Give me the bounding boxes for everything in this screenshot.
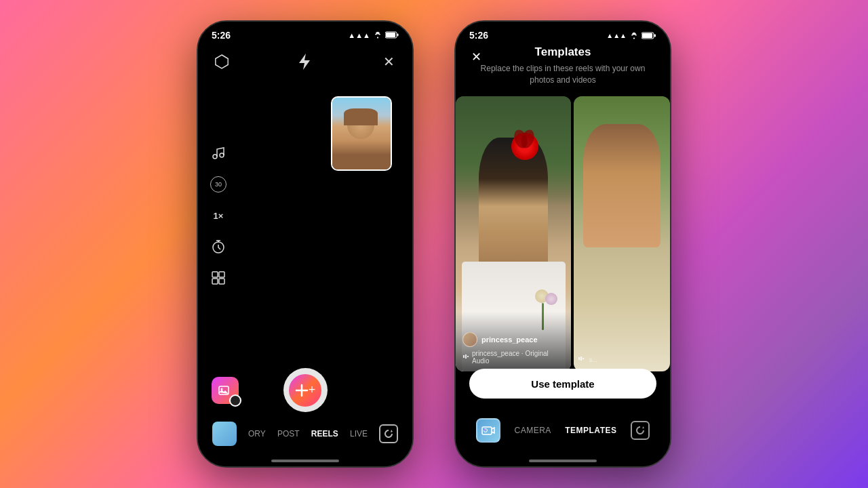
wifi-icon-2 bbox=[629, 32, 639, 39]
nav-live[interactable]: LIVE bbox=[350, 429, 368, 439]
svg-rect-14 bbox=[654, 34, 656, 37]
svg-rect-7 bbox=[212, 272, 218, 277]
svg-rect-19 bbox=[578, 357, 580, 360]
layout-button[interactable] bbox=[209, 268, 228, 287]
battery-icon-2 bbox=[642, 32, 656, 39]
template-card-main[interactable]: princess_peace princess_peace · Original… bbox=[456, 96, 571, 371]
close-button[interactable]: ✕ bbox=[378, 52, 399, 72]
home-indicator bbox=[271, 460, 339, 462]
phone2-screen: 5:26 ▲▲▲ ✕ Templates Replace the clips i… bbox=[456, 22, 670, 466]
status-time-2: 5:26 bbox=[469, 30, 488, 41]
notch bbox=[264, 22, 346, 38]
close-icon: ✕ bbox=[383, 54, 395, 70]
status-icons-2: ▲▲▲ bbox=[606, 32, 656, 39]
user-avatar bbox=[462, 332, 477, 347]
signal-icon: ▲▲▲ bbox=[348, 31, 370, 39]
templates-bottom-nav: CAMERA TEMPLATES bbox=[456, 405, 670, 466]
svg-rect-10 bbox=[219, 279, 224, 284]
use-template-button[interactable]: Use template bbox=[469, 369, 656, 399]
nav-reels[interactable]: REELS bbox=[311, 429, 338, 439]
left-controls: 30 1× bbox=[209, 144, 228, 287]
phone-2: 5:26 ▲▲▲ ✕ Templates Replace the clips i… bbox=[454, 20, 671, 468]
svg-rect-18 bbox=[467, 356, 469, 357]
flash-button[interactable] bbox=[295, 52, 315, 72]
nav-camera[interactable]: CAMERA bbox=[515, 426, 551, 435]
template-feed: princess_peace princess_peace · Original… bbox=[456, 96, 670, 371]
phone1-screen: 5:26 ▲▲▲ bbox=[198, 22, 412, 466]
svg-rect-9 bbox=[212, 279, 218, 284]
status-time: 5:26 bbox=[212, 30, 231, 41]
signal-icon-2: ▲▲▲ bbox=[606, 32, 627, 39]
svg-marker-3 bbox=[216, 55, 228, 68]
wifi-icon bbox=[373, 31, 382, 40]
templates-header: Templates Replace the clips in these ree… bbox=[456, 45, 670, 86]
templates-title: Templates bbox=[469, 45, 656, 59]
close-templates-button[interactable]: ✕ bbox=[467, 47, 486, 66]
speed-button[interactable]: 1× bbox=[209, 206, 228, 225]
svg-point-24 bbox=[484, 429, 485, 430]
svg-rect-1 bbox=[397, 33, 399, 36]
shutter-inner bbox=[289, 374, 321, 407]
camera-nav-thumbnail[interactable] bbox=[476, 418, 500, 443]
svg-rect-2 bbox=[386, 33, 395, 37]
notch-2 bbox=[522, 22, 604, 38]
battery-icon bbox=[385, 31, 399, 40]
nav-post[interactable]: POST bbox=[277, 429, 300, 439]
flip-camera-button-2[interactable] bbox=[631, 421, 650, 440]
svg-rect-8 bbox=[219, 272, 224, 277]
timer-badge: 30 bbox=[210, 176, 226, 192]
username: princess_peace bbox=[481, 336, 538, 344]
svg-rect-17 bbox=[465, 354, 467, 359]
gallery-thumbnail[interactable] bbox=[212, 422, 237, 446]
speed-badge: 1× bbox=[214, 211, 224, 221]
shutter-area bbox=[198, 368, 412, 412]
nav-story[interactable]: ORY bbox=[248, 429, 266, 439]
user-info-overlay: princess_peace princess_peace · Original… bbox=[456, 312, 571, 371]
filter-button[interactable] bbox=[212, 52, 232, 72]
nav-templates[interactable]: TEMPLATES bbox=[565, 426, 616, 435]
audio-label: princess_peace · Original Audio bbox=[472, 350, 564, 365]
status-icons: ▲▲▲ bbox=[348, 31, 399, 40]
svg-rect-21 bbox=[583, 358, 584, 359]
svg-point-4 bbox=[213, 155, 217, 159]
music-icon-button[interactable] bbox=[209, 144, 228, 163]
svg-point-5 bbox=[220, 153, 224, 157]
audio-icon bbox=[462, 353, 469, 361]
flip-camera-button[interactable] bbox=[379, 424, 398, 443]
countdown-button[interactable] bbox=[209, 237, 228, 256]
timer-button[interactable]: 30 bbox=[209, 175, 228, 194]
audio-row: princess_peace · Original Audio bbox=[462, 350, 564, 365]
camera-bottom-nav: ORY POST REELS LIVE bbox=[198, 412, 412, 466]
shutter-button[interactable] bbox=[283, 368, 328, 412]
phone-1: 5:26 ▲▲▲ bbox=[197, 20, 414, 468]
selfie-preview[interactable] bbox=[331, 96, 392, 171]
svg-rect-15 bbox=[642, 33, 652, 38]
use-template-label: Use template bbox=[531, 378, 594, 390]
user-row: princess_peace bbox=[462, 332, 564, 347]
templates-subtitle: Replace the clips in these reels with yo… bbox=[469, 63, 656, 86]
svg-rect-16 bbox=[463, 355, 465, 358]
top-controls: ✕ bbox=[198, 52, 412, 72]
svg-rect-20 bbox=[580, 357, 582, 361]
template-card-side[interactable]: s... bbox=[574, 96, 670, 371]
home-indicator-2 bbox=[529, 460, 597, 462]
